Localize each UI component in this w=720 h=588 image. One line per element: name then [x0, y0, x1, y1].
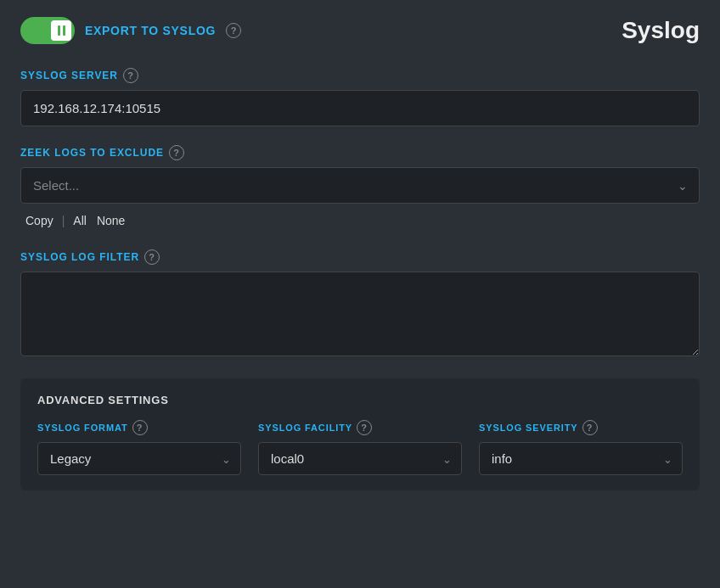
copy-row: Copy | All None [20, 210, 700, 231]
log-filter-block: SYSLOG LOG FILTER ? [20, 249, 700, 360]
toggle-track[interactable] [20, 17, 75, 44]
syslog-format-select[interactable]: Legacy RFC5424 [37, 442, 241, 475]
export-help-icon[interactable]: ? [226, 23, 241, 38]
syslog-format-group: SYSLOG FORMAT ? Legacy RFC5424 ⌄ [37, 420, 241, 475]
syslog-facility-select[interactable]: local0 local1 local2 local3 local4 local… [258, 442, 462, 475]
log-filter-textarea[interactable] [20, 272, 700, 356]
log-filter-help-icon[interactable]: ? [144, 249, 160, 265]
copy-separator: | [62, 214, 65, 227]
copy-button[interactable]: Copy [20, 210, 59, 231]
none-button[interactable]: None [92, 210, 130, 231]
advanced-settings-block: ADVANCED SETTINGS SYSLOG FORMAT ? Legacy… [20, 378, 700, 490]
syslog-facility-select-wrapper: local0 local1 local2 local3 local4 local… [258, 442, 462, 475]
syslog-severity-group: SYSLOG SEVERITY ? emerg alert crit err w… [479, 420, 683, 475]
syslog-severity-label: SYSLOG SEVERITY ? [479, 420, 683, 435]
header-row: EXPORT TO SYSLOG ? Syslog [20, 17, 700, 44]
export-label: EXPORT TO SYSLOG [85, 24, 216, 37]
zeek-logs-help-icon[interactable]: ? [169, 145, 184, 160]
syslog-format-help-icon[interactable]: ? [132, 420, 148, 435]
all-button[interactable]: All [68, 210, 92, 231]
syslog-format-label: SYSLOG FORMAT ? [37, 420, 241, 435]
syslog-severity-select-wrapper: emerg alert crit err warning notice info… [479, 442, 683, 475]
zeek-logs-block: ZEEK LOGS TO EXCLUDE ? Select... ⌄ Copy … [20, 145, 700, 231]
syslog-facility-group: SYSLOG FACILITY ? local0 local1 local2 l… [258, 420, 462, 475]
advanced-title: ADVANCED SETTINGS [37, 394, 683, 406]
pause-bar-left [58, 25, 60, 36]
log-filter-label: SYSLOG LOG FILTER ? [20, 249, 700, 265]
syslog-severity-select[interactable]: emerg alert crit err warning notice info… [479, 442, 683, 475]
page-container: EXPORT TO SYSLOG ? Syslog SYSLOG SERVER … [0, 0, 720, 588]
syslog-server-help-icon[interactable]: ? [123, 68, 138, 83]
toggle-pause-button[interactable] [51, 20, 71, 41]
syslog-severity-help-icon[interactable]: ? [582, 420, 598, 435]
zeek-logs-select-wrapper: Select... ⌄ [20, 167, 700, 204]
syslog-facility-label: SYSLOG FACILITY ? [258, 420, 462, 435]
page-title: Syslog [622, 17, 700, 44]
pause-bar-right [63, 25, 65, 36]
zeek-logs-select[interactable]: Select... [20, 167, 700, 204]
syslog-facility-help-icon[interactable]: ? [357, 420, 372, 435]
zeek-logs-label: ZEEK LOGS TO EXCLUDE ? [20, 145, 700, 160]
syslog-server-block: SYSLOG SERVER ? [20, 68, 700, 126]
syslog-server-label: SYSLOG SERVER ? [20, 68, 700, 83]
syslog-server-input[interactable] [20, 90, 700, 126]
advanced-grid: SYSLOG FORMAT ? Legacy RFC5424 ⌄ SYSLOG … [37, 420, 683, 475]
header-left: EXPORT TO SYSLOG ? [20, 17, 241, 44]
syslog-format-select-wrapper: Legacy RFC5424 ⌄ [37, 442, 241, 475]
export-toggle[interactable] [20, 17, 75, 44]
